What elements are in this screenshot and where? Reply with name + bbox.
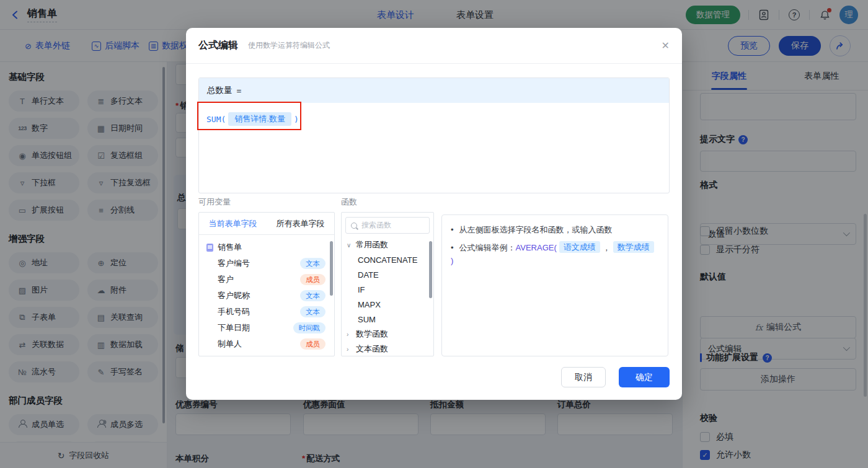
search-placeholder: 搜索函数: [361, 220, 391, 231]
tree-root-form[interactable]: 销售单: [199, 239, 334, 255]
fn-item-concatenate[interactable]: CONCATENATE: [342, 252, 433, 267]
fn-item-date[interactable]: DATE: [342, 267, 433, 282]
variables-label: 可用变量: [198, 196, 231, 208]
fn-group-text[interactable]: › 文本函数: [342, 342, 433, 356]
hint-line-1: • 从左侧面板选择字段名和函数，或输入函数: [451, 223, 659, 236]
chevron-right-icon: ›: [347, 346, 353, 353]
tab-current-form-fields[interactable]: 当前表单字段: [199, 213, 267, 234]
fn-item-mapx[interactable]: MAPX: [342, 297, 433, 312]
functions-scrollbar[interactable]: [429, 241, 432, 298]
cancel-button[interactable]: 取消: [561, 367, 606, 387]
bullet: •: [451, 223, 454, 236]
variables-panel: 当前表单字段 所有表单字段 销售单 客户编号 文本 客户 成员 客户昵称: [198, 212, 335, 356]
type-chip-member: 成员: [300, 274, 326, 285]
app-window: 销售单 表单设计 表单设置 数据管理 ? 理: [0, 0, 868, 468]
variables-scrollbar[interactable]: [330, 241, 333, 296]
modal-subtitle: 使用数学运算符编辑公式: [248, 40, 330, 51]
bullet: •: [451, 241, 454, 254]
modal-title: 公式编辑: [198, 39, 238, 52]
formula-target: 总数量: [207, 85, 232, 96]
type-chip-member: 成员: [300, 338, 326, 350]
search-icon: [351, 223, 357, 229]
variable-row[interactable]: 下单日期 时间戳: [199, 320, 334, 336]
variable-row[interactable]: 手机号码 文本: [199, 304, 334, 320]
type-chip-text: 文本: [300, 290, 326, 301]
variable-row[interactable]: 客户 成员: [199, 272, 334, 288]
fn-item-if[interactable]: IF: [342, 282, 433, 297]
formula-function-token: SUM(: [206, 115, 226, 124]
type-chip-timestamp: 时间戳: [293, 322, 326, 333]
comma: ，: [603, 241, 611, 254]
functions-panel: 搜索函数 ∨ 常用函数 CONCATENATE DATE IF MAPX SUM…: [341, 212, 434, 356]
document-icon: [206, 244, 213, 252]
function-search-input[interactable]: 搜索函数: [345, 217, 430, 234]
formula-box: 总数量 = SUM( 销售详情.数量 ): [198, 77, 670, 193]
example-function-token: AVERAGE(: [516, 241, 557, 254]
close-button[interactable]: ✕: [662, 41, 670, 51]
formula-editor[interactable]: SUM( 销售详情.数量 ): [199, 103, 669, 135]
confirm-button[interactable]: 确定: [619, 367, 670, 387]
type-chip-text: 文本: [300, 306, 326, 317]
example-field-chip: 语文成绩: [559, 241, 600, 253]
example-field-chip: 数学成绩: [613, 241, 654, 253]
fn-group-math[interactable]: › 数学函数: [342, 327, 433, 342]
fn-item-sum[interactable]: SUM: [342, 312, 433, 327]
formula-edit-modal: 公式编辑 使用数学运算符编辑公式 ✕ 总数量 = SUM( 销售详情.数量 ) …: [186, 28, 682, 400]
tab-all-form-fields[interactable]: 所有表单字段: [267, 213, 334, 234]
functions-label: 函数: [341, 196, 357, 208]
variable-row[interactable]: 客户昵称 文本: [199, 288, 334, 304]
chevron-right-icon: ›: [347, 331, 353, 338]
hint-line-2: • 公式编辑举例： AVERAGE( 语文成绩 ， 数学成绩 ): [451, 241, 659, 267]
formula-field-chip[interactable]: 销售详情.数量: [228, 112, 291, 126]
variable-row[interactable]: 客户编号 文本: [199, 255, 334, 272]
hint-panel: • 从左侧面板选择字段名和函数，或输入函数 • 公式编辑举例： AVERAGE(…: [441, 214, 668, 356]
example-close-token: ): [451, 254, 453, 267]
chevron-down-icon: ∨: [347, 242, 353, 249]
variable-row[interactable]: 制单人 成员: [199, 336, 334, 352]
equals-sign: =: [237, 86, 242, 95]
fn-group-common[interactable]: ∨ 常用函数: [342, 237, 433, 252]
type-chip-text: 文本: [300, 258, 326, 269]
close-icon: ✕: [662, 40, 670, 51]
formula-close-token: ): [294, 115, 299, 124]
